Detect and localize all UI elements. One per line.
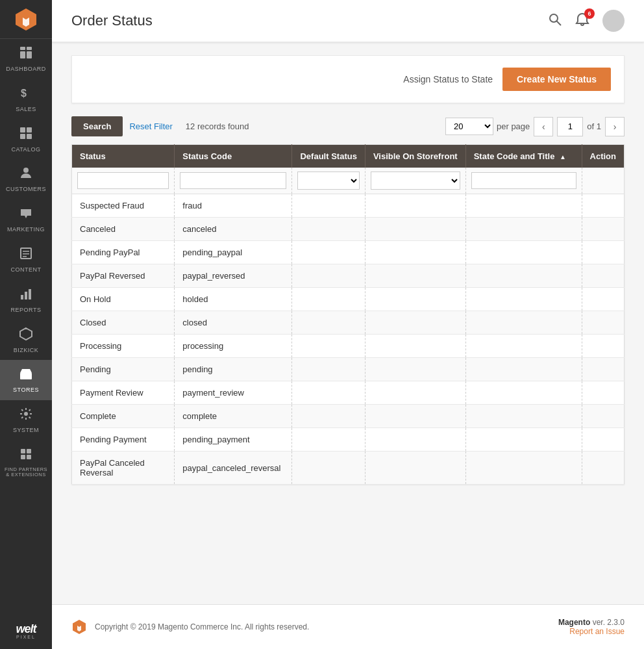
sales-icon: $ bbox=[19, 86, 33, 103]
sidebar-item-stores-label: STORES bbox=[13, 387, 39, 394]
system-icon bbox=[19, 407, 33, 424]
svg-rect-3 bbox=[27, 47, 32, 50]
sidebar-item-bizkick-label: BIZKICK bbox=[14, 347, 39, 354]
filter-default-status-select[interactable]: Yes No bbox=[297, 172, 359, 190]
records-found: 12 records found bbox=[186, 121, 249, 131]
footer-right: Magento ver. 2.3.0 Report an Issue bbox=[558, 618, 625, 636]
sidebar-item-marketing-label: MARKETING bbox=[7, 226, 45, 233]
sidebar-item-content[interactable]: CONTENT bbox=[0, 240, 52, 280]
col-default-status: Default Status bbox=[292, 145, 365, 168]
filter-state-code-title-cell bbox=[465, 168, 582, 194]
svg-rect-14 bbox=[23, 251, 29, 252]
svg-point-28 bbox=[550, 14, 558, 22]
table-row: Completecomplete bbox=[72, 405, 625, 428]
sidebar-item-bizkick[interactable]: BIZKICK bbox=[0, 320, 52, 361]
table-row: Pendingpending bbox=[72, 358, 625, 381]
content-icon bbox=[19, 246, 33, 264]
footer-logo-icon bbox=[71, 619, 87, 635]
sidebar-item-marketing[interactable]: MARKETING bbox=[0, 199, 52, 240]
catalog-icon bbox=[19, 126, 33, 144]
svg-rect-24 bbox=[21, 449, 25, 453]
search-icon[interactable] bbox=[548, 12, 562, 30]
table-row: Suspected Fraudfraud bbox=[72, 194, 625, 218]
search-button[interactable]: Search bbox=[71, 116, 123, 136]
sidebar-item-customers-label: CUSTOMERS bbox=[6, 186, 46, 193]
table-row: Canceledcanceled bbox=[72, 218, 625, 241]
notification-bell-icon[interactable]: 6 bbox=[575, 12, 589, 30]
sidebar-item-system[interactable]: SYSTEM bbox=[0, 400, 52, 440]
sidebar-item-find-partners-label: FIND PARTNERS & EXTENSIONS bbox=[3, 467, 49, 478]
welt-sub: PIXEL bbox=[16, 635, 36, 639]
svg-rect-10 bbox=[27, 134, 32, 139]
svg-rect-19 bbox=[29, 289, 31, 299]
header-actions: 6 bbox=[548, 10, 625, 32]
sidebar-item-dashboard[interactable]: DASHBOARD bbox=[0, 39, 52, 79]
sidebar-logo bbox=[0, 0, 52, 39]
col-action: Action bbox=[582, 145, 624, 168]
svg-point-23 bbox=[24, 412, 28, 416]
svg-marker-12 bbox=[21, 209, 31, 218]
col-visible-on-storefront: Visible On Storefront bbox=[365, 145, 465, 168]
marketing-icon bbox=[19, 206, 33, 223]
filter-state-code-title-input[interactable] bbox=[471, 172, 576, 189]
table-row: Processingprocessing bbox=[72, 335, 625, 358]
svg-rect-4 bbox=[20, 51, 25, 58]
table-row: PayPal Reversedpaypal_reversed bbox=[72, 264, 625, 288]
sidebar-item-sales[interactable]: $ SALES bbox=[0, 79, 52, 120]
svg-line-29 bbox=[557, 21, 562, 25]
table-header-row: Status Status Code Default Status Visibl… bbox=[72, 145, 625, 168]
notification-count: 6 bbox=[584, 8, 595, 19]
sidebar-item-catalog[interactable]: CATALOG bbox=[0, 120, 52, 160]
page-title: Order Status bbox=[71, 12, 153, 29]
svg-rect-5 bbox=[27, 51, 32, 58]
next-page-button[interactable]: › bbox=[605, 117, 625, 136]
table-row: PayPal Canceled Reversalpaypal_canceled_… bbox=[72, 452, 625, 485]
create-new-status-button[interactable]: Create New Status bbox=[502, 68, 611, 91]
per-page-dropdown[interactable]: 20 50 100 bbox=[445, 118, 493, 135]
table-row: Pending PayPalpending_paypal bbox=[72, 241, 625, 264]
sidebar-item-find-partners[interactable]: FIND PARTNERS & EXTENSIONS bbox=[0, 440, 52, 485]
sidebar-item-reports[interactable]: REPORTS bbox=[0, 280, 52, 320]
pagination: 20 50 100 per page ‹ of 1 › bbox=[445, 117, 625, 136]
col-status: Status bbox=[72, 145, 175, 168]
assign-status-link[interactable]: Assign Status to State bbox=[403, 74, 493, 84]
sidebar-item-sales-label: SALES bbox=[16, 106, 36, 113]
filter-visible-storefront-select[interactable]: Yes No bbox=[371, 172, 460, 190]
grid-toolbar: Search Reset Filter 12 records found 20 … bbox=[71, 116, 625, 136]
per-page-label: per page bbox=[497, 121, 530, 131]
sidebar-item-stores[interactable]: STORES bbox=[0, 360, 52, 400]
table-row: Closedclosed bbox=[72, 311, 625, 335]
col-state-code-title[interactable]: State Code and Title ▲ bbox=[465, 145, 582, 168]
welt-pixel-logo: welt PIXEL bbox=[12, 617, 39, 649]
svg-rect-18 bbox=[25, 292, 27, 299]
filter-default-status-cell: Yes No bbox=[292, 168, 365, 194]
sidebar-item-dashboard-label: DASHBOARD bbox=[6, 66, 46, 73]
sidebar-item-customers[interactable]: CUSTOMERS bbox=[0, 159, 52, 199]
avatar[interactable] bbox=[602, 10, 625, 32]
filter-status-cell bbox=[72, 168, 175, 194]
svg-rect-15 bbox=[23, 253, 29, 255]
svg-rect-16 bbox=[23, 256, 27, 257]
sidebar-item-system-label: SYSTEM bbox=[13, 427, 39, 434]
page-total: of 1 bbox=[587, 121, 601, 131]
sidebar-item-catalog-label: CATALOG bbox=[11, 146, 40, 153]
page-number-input[interactable] bbox=[557, 117, 583, 136]
action-bar: Assign Status to State Create New Status bbox=[71, 55, 625, 103]
svg-rect-22 bbox=[24, 375, 28, 379]
reset-filter-link[interactable]: Reset Filter bbox=[129, 121, 172, 131]
sidebar-item-reports-label: REPORTS bbox=[11, 307, 42, 314]
main-content: Order Status 6 Assign Status to State Cr… bbox=[52, 0, 644, 649]
filter-status-input[interactable] bbox=[77, 172, 169, 189]
filter-status-code-input[interactable] bbox=[180, 172, 286, 189]
svg-rect-8 bbox=[27, 127, 32, 133]
dashboard-icon bbox=[19, 45, 33, 63]
sidebar: DASHBOARD $ SALES CATALOG CUSTOMERS bbox=[0, 0, 52, 649]
footer-brand: Magento bbox=[558, 618, 590, 627]
table-row: On Holdholded bbox=[72, 288, 625, 311]
report-issue-link[interactable]: Report an Issue bbox=[569, 627, 625, 636]
table-filter-row: Yes No Yes No bbox=[72, 168, 625, 194]
svg-marker-20 bbox=[20, 328, 32, 340]
svg-text:$: $ bbox=[21, 88, 27, 99]
find-partners-icon bbox=[19, 447, 33, 464]
prev-page-button[interactable]: ‹ bbox=[534, 117, 553, 136]
